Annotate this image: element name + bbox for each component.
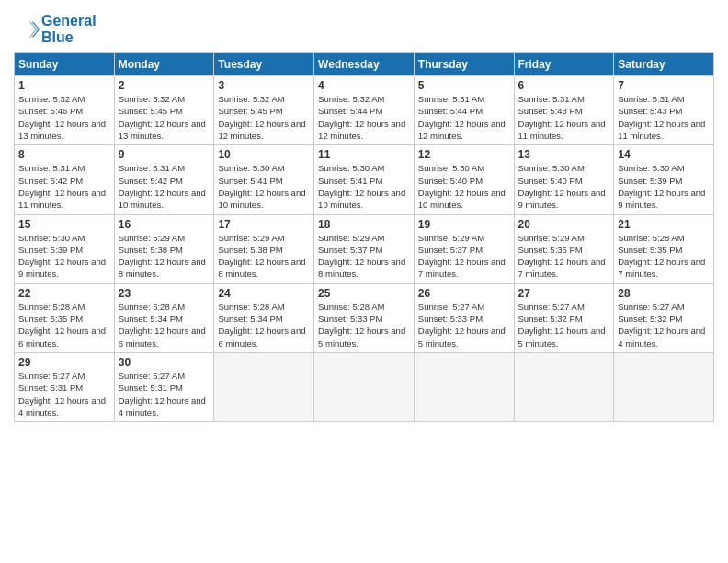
sunset-label: Sunset: 5:45 PM — [218, 106, 282, 116]
day-info: Sunrise: 5:28 AMSunset: 5:33 PMDaylight:… — [318, 301, 410, 350]
daylight-label: Daylight: 12 hours and 10 minutes. — [218, 188, 305, 210]
sunrise-label: Sunrise: 5:30 AM — [418, 163, 484, 173]
empty-cell — [314, 352, 415, 421]
daylight-label: Daylight: 12 hours and 9 minutes. — [18, 257, 106, 279]
day-info: Sunrise: 5:32 AMSunset: 5:45 PMDaylight:… — [218, 93, 310, 142]
sunrise-label: Sunrise: 5:31 AM — [518, 94, 585, 104]
day-cell-19: 19Sunrise: 5:29 AMSunset: 5:37 PMDayligh… — [414, 214, 514, 283]
sunrise-label: Sunrise: 5:29 AM — [218, 233, 284, 243]
col-header-monday: Monday — [114, 53, 214, 76]
sunset-label: Sunset: 5:40 PM — [518, 176, 583, 186]
day-cell-30: 30Sunrise: 5:27 AMSunset: 5:31 PMDayligh… — [114, 352, 214, 421]
sunset-label: Sunset: 5:38 PM — [119, 245, 183, 255]
sunrise-label: Sunrise: 5:27 AM — [518, 302, 585, 312]
day-cell-14: 14Sunrise: 5:30 AMSunset: 5:39 PMDayligh… — [614, 145, 714, 214]
day-number: 12 — [418, 148, 510, 161]
day-info: Sunrise: 5:32 AMSunset: 5:44 PMDaylight:… — [318, 93, 410, 142]
sunrise-label: Sunrise: 5:32 AM — [119, 94, 185, 104]
sunset-label: Sunset: 5:34 PM — [119, 314, 183, 324]
day-number: 9 — [119, 148, 210, 161]
week-row-4: 22Sunrise: 5:28 AMSunset: 5:35 PMDayligh… — [15, 283, 714, 352]
day-cell-11: 11Sunrise: 5:30 AMSunset: 5:41 PMDayligh… — [314, 145, 415, 214]
day-info: Sunrise: 5:32 AMSunset: 5:45 PMDaylight:… — [119, 93, 210, 142]
day-cell-2: 2Sunrise: 5:32 AMSunset: 5:45 PMDaylight… — [114, 76, 214, 145]
sunset-label: Sunset: 5:36 PM — [518, 245, 583, 255]
daylight-label: Daylight: 12 hours and 7 minutes. — [418, 257, 506, 279]
day-info: Sunrise: 5:27 AMSunset: 5:31 PMDaylight:… — [18, 370, 110, 419]
sunrise-label: Sunrise: 5:31 AM — [418, 94, 484, 104]
sunset-label: Sunset: 5:45 PM — [119, 106, 183, 116]
daylight-label: Daylight: 12 hours and 4 minutes. — [618, 326, 705, 348]
sunrise-label: Sunrise: 5:28 AM — [618, 233, 684, 243]
day-cell-26: 26Sunrise: 5:27 AMSunset: 5:33 PMDayligh… — [414, 283, 514, 352]
sunrise-label: Sunrise: 5:30 AM — [618, 163, 684, 173]
day-info: Sunrise: 5:31 AMSunset: 5:42 PMDaylight:… — [119, 162, 210, 211]
day-info: Sunrise: 5:27 AMSunset: 5:32 PMDaylight:… — [518, 301, 610, 350]
daylight-label: Daylight: 12 hours and 12 minutes. — [418, 119, 506, 141]
sunset-label: Sunset: 5:39 PM — [618, 176, 682, 186]
col-header-friday: Friday — [514, 53, 614, 76]
daylight-label: Daylight: 12 hours and 6 minutes. — [18, 326, 106, 348]
sunrise-label: Sunrise: 5:28 AM — [218, 302, 284, 312]
day-info: Sunrise: 5:31 AMSunset: 5:43 PMDaylight:… — [518, 93, 610, 142]
day-cell-27: 27Sunrise: 5:27 AMSunset: 5:32 PMDayligh… — [514, 283, 614, 352]
day-cell-5: 5Sunrise: 5:31 AMSunset: 5:44 PMDaylight… — [414, 76, 514, 145]
sunset-label: Sunset: 5:34 PM — [218, 314, 282, 324]
sunset-label: Sunset: 5:43 PM — [618, 106, 682, 116]
day-number: 29 — [18, 356, 110, 369]
sunrise-label: Sunrise: 5:32 AM — [318, 94, 384, 104]
day-cell-28: 28Sunrise: 5:27 AMSunset: 5:32 PMDayligh… — [614, 283, 714, 352]
sunset-label: Sunset: 5:37 PM — [418, 245, 483, 255]
day-cell-1: 1Sunrise: 5:32 AMSunset: 5:46 PMDaylight… — [15, 76, 115, 145]
day-cell-23: 23Sunrise: 5:28 AMSunset: 5:34 PMDayligh… — [114, 283, 214, 352]
col-header-tuesday: Tuesday — [214, 53, 314, 76]
day-cell-29: 29Sunrise: 5:27 AMSunset: 5:31 PMDayligh… — [15, 352, 115, 421]
day-cell-17: 17Sunrise: 5:29 AMSunset: 5:38 PMDayligh… — [214, 214, 314, 283]
day-cell-4: 4Sunrise: 5:32 AMSunset: 5:44 PMDaylight… — [314, 76, 415, 145]
sunset-label: Sunset: 5:32 PM — [618, 314, 682, 324]
week-row-3: 15Sunrise: 5:30 AMSunset: 5:39 PMDayligh… — [15, 214, 714, 283]
empty-cell — [514, 352, 614, 421]
sunrise-label: Sunrise: 5:30 AM — [518, 163, 585, 173]
daylight-label: Daylight: 12 hours and 12 minutes. — [218, 119, 305, 141]
daylight-label: Daylight: 12 hours and 11 minutes. — [618, 119, 705, 141]
day-number: 23 — [119, 287, 210, 300]
day-info: Sunrise: 5:27 AMSunset: 5:31 PMDaylight:… — [119, 370, 210, 419]
daylight-label: Daylight: 12 hours and 13 minutes. — [18, 119, 106, 141]
day-number: 18 — [318, 218, 410, 231]
day-info: Sunrise: 5:28 AMSunset: 5:35 PMDaylight:… — [618, 232, 710, 281]
sunset-label: Sunset: 5:39 PM — [18, 245, 83, 255]
day-number: 14 — [618, 148, 710, 161]
day-number: 26 — [418, 287, 510, 300]
day-cell-3: 3Sunrise: 5:32 AMSunset: 5:45 PMDaylight… — [214, 76, 314, 145]
empty-cell — [414, 352, 514, 421]
daylight-label: Daylight: 12 hours and 10 minutes. — [119, 188, 206, 210]
week-row-2: 8Sunrise: 5:31 AMSunset: 5:42 PMDaylight… — [15, 145, 714, 214]
daylight-label: Daylight: 12 hours and 8 minutes. — [318, 257, 405, 279]
week-row-1: 1Sunrise: 5:32 AMSunset: 5:46 PMDaylight… — [15, 76, 714, 145]
sunset-label: Sunset: 5:44 PM — [318, 106, 382, 116]
day-info: Sunrise: 5:29 AMSunset: 5:36 PMDaylight:… — [518, 232, 610, 281]
day-cell-9: 9Sunrise: 5:31 AMSunset: 5:42 PMDaylight… — [114, 145, 214, 214]
sunset-label: Sunset: 5:38 PM — [218, 245, 282, 255]
day-info: Sunrise: 5:28 AMSunset: 5:34 PMDaylight:… — [119, 301, 210, 350]
sunset-label: Sunset: 5:41 PM — [218, 176, 282, 186]
day-info: Sunrise: 5:30 AMSunset: 5:39 PMDaylight:… — [618, 162, 710, 211]
sunset-label: Sunset: 5:31 PM — [119, 383, 183, 393]
day-info: Sunrise: 5:28 AMSunset: 5:34 PMDaylight:… — [218, 301, 310, 350]
sunrise-label: Sunrise: 5:32 AM — [18, 94, 85, 104]
day-cell-8: 8Sunrise: 5:31 AMSunset: 5:42 PMDaylight… — [15, 145, 115, 214]
daylight-label: Daylight: 12 hours and 12 minutes. — [318, 119, 405, 141]
sunset-label: Sunset: 5:44 PM — [418, 106, 483, 116]
daylight-label: Daylight: 12 hours and 7 minutes. — [518, 257, 606, 279]
sunset-label: Sunset: 5:31 PM — [18, 383, 83, 393]
day-number: 20 — [518, 218, 610, 231]
header-row: SundayMondayTuesdayWednesdayThursdayFrid… — [15, 53, 714, 76]
day-number: 6 — [518, 79, 610, 92]
sunset-label: Sunset: 5:42 PM — [18, 176, 83, 186]
day-number: 22 — [18, 287, 110, 300]
daylight-label: Daylight: 12 hours and 5 minutes. — [318, 326, 405, 348]
day-number: 27 — [518, 287, 610, 300]
sunrise-label: Sunrise: 5:28 AM — [318, 302, 384, 312]
day-number: 28 — [618, 287, 710, 300]
